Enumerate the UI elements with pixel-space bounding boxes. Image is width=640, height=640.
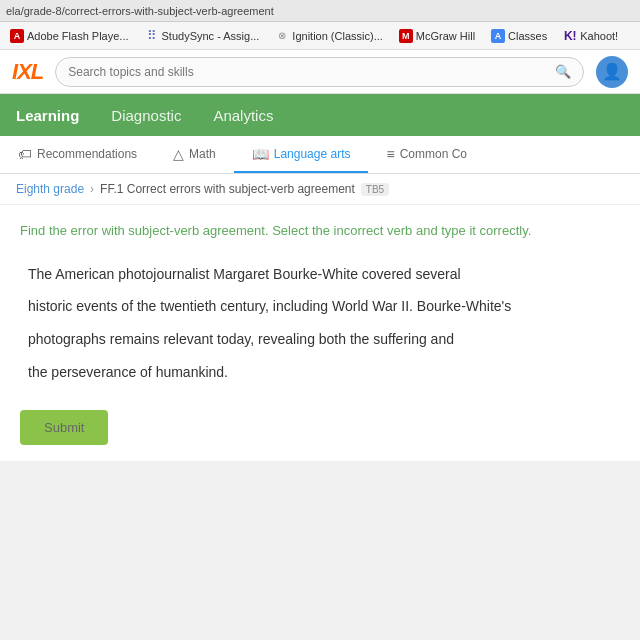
bookmarks-bar: A Adobe Flash Playe... ⠿ StudySync - Ass…: [0, 22, 640, 50]
passage: The American photojournalist Margaret Bo…: [28, 259, 620, 388]
url-text: ela/grade-8/correct-errors-with-subject-…: [6, 5, 274, 17]
bookmark-ignition[interactable]: ⊗ Ignition (Classic)...: [269, 27, 388, 45]
breadcrumb-grade[interactable]: Eighth grade: [16, 182, 84, 196]
classes-icon: A: [491, 29, 505, 43]
ignition-icon: ⊗: [275, 29, 289, 43]
logo-l: L: [31, 59, 43, 84]
bookmark-classes-label: Classes: [508, 30, 547, 42]
submit-button[interactable]: Submit: [20, 410, 108, 445]
breadcrumb-separator: ›: [90, 182, 94, 196]
passage-line-2: historic events of the twentieth century…: [28, 291, 620, 322]
math-icon: △: [173, 146, 184, 162]
breadcrumb: Eighth grade › FF.1 Correct errors with …: [0, 174, 640, 205]
bookmark-mcgraw-label: McGraw Hill: [416, 30, 475, 42]
sub-tabs: 🏷 Recommendations △ Math 📖 Language arts…: [0, 136, 640, 174]
main-content: Find the error with subject-verb agreeme…: [0, 205, 640, 461]
breadcrumb-lesson: FF.1 Correct errors with subject-verb ag…: [100, 182, 355, 196]
bookmark-studysync[interactable]: ⠿ StudySync - Assig...: [139, 27, 266, 45]
subtab-language-arts-label: Language arts: [274, 147, 351, 161]
search-bar[interactable]: 🔍: [55, 57, 584, 87]
logo-x: X: [17, 59, 31, 84]
bookmark-adobe-label: Adobe Flash Playe...: [27, 30, 129, 42]
user-avatar[interactable]: 👤: [596, 56, 628, 88]
passage-line-4: the perseverance of humankind.: [28, 357, 620, 388]
bookmark-classes[interactable]: A Classes: [485, 27, 553, 45]
ixl-header: IXL 🔍 👤: [0, 50, 640, 94]
subtab-recommendations[interactable]: 🏷 Recommendations: [0, 136, 155, 173]
search-input[interactable]: [68, 65, 549, 79]
tab-learning[interactable]: Learning: [16, 103, 79, 128]
kahoot-icon: K!: [563, 29, 577, 43]
subtab-language-arts[interactable]: 📖 Language arts: [234, 136, 369, 173]
bookmark-adobe[interactable]: A Adobe Flash Playe...: [4, 27, 135, 45]
bookmark-ignition-label: Ignition (Classic)...: [292, 30, 382, 42]
passage-line-1: The American photojournalist Margaret Bo…: [28, 259, 620, 290]
tab-analytics[interactable]: Analytics: [213, 103, 273, 128]
tab-diagnostic[interactable]: Diagnostic: [111, 103, 181, 128]
language-arts-icon: 📖: [252, 146, 269, 162]
passage-line-3: photographs remains relevant today, reve…: [28, 324, 620, 355]
subtab-math[interactable]: △ Math: [155, 136, 234, 173]
bookmark-kahoot[interactable]: K! Kahoot!: [557, 27, 624, 45]
subtab-math-label: Math: [189, 147, 216, 161]
adobe-icon: A: [10, 29, 24, 43]
search-icon: 🔍: [555, 64, 571, 79]
common-co-icon: ≡: [386, 146, 394, 162]
subtab-recommendations-label: Recommendations: [37, 147, 137, 161]
bookmark-studysync-label: StudySync - Assig...: [162, 30, 260, 42]
subtab-common-co[interactable]: ≡ Common Co: [368, 136, 485, 173]
user-icon: 👤: [602, 62, 622, 81]
nav-tabs: Learning Diagnostic Analytics: [0, 94, 640, 136]
recommendations-icon: 🏷: [18, 146, 32, 162]
mcgraw-icon: M: [399, 29, 413, 43]
bookmark-mcgraw[interactable]: M McGraw Hill: [393, 27, 481, 45]
ixl-logo[interactable]: IXL: [12, 59, 43, 85]
bookmark-kahoot-label: Kahoot!: [580, 30, 618, 42]
subtab-common-co-label: Common Co: [400, 147, 467, 161]
browser-url-bar: ela/grade-8/correct-errors-with-subject-…: [0, 0, 640, 22]
instruction-text: Find the error with subject-verb agreeme…: [20, 221, 620, 241]
studysync-icon: ⠿: [145, 29, 159, 43]
breadcrumb-badge: TB5: [361, 183, 389, 196]
